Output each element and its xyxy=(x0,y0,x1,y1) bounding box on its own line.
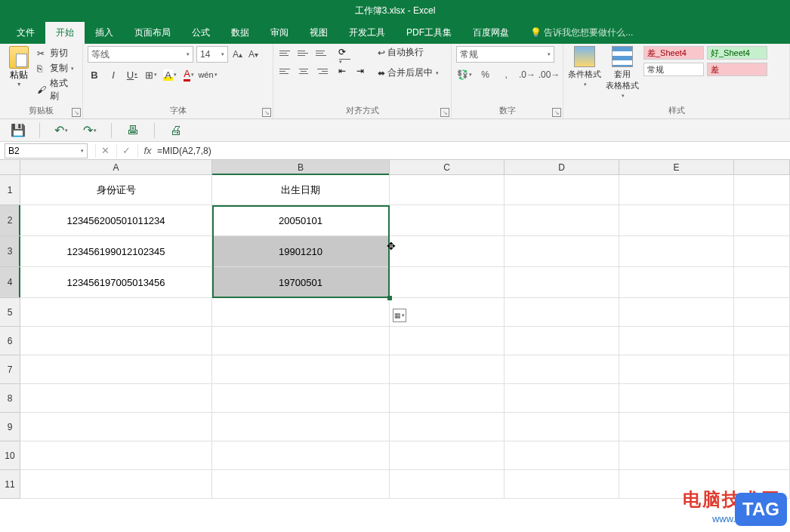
format-painter-button[interactable]: 🖌格式刷 xyxy=(35,76,78,103)
row-head-2[interactable]: 2 xyxy=(0,205,20,236)
row-head-11[interactable]: 11 xyxy=(0,470,20,499)
cell[interactable] xyxy=(212,470,390,499)
col-head-a[interactable]: A xyxy=(20,160,212,175)
cell[interactable] xyxy=(505,298,619,327)
cell[interactable] xyxy=(619,175,734,205)
autofill-options-button[interactable]: ▦▾ xyxy=(393,309,406,322)
col-head-b[interactable]: B xyxy=(212,160,390,175)
cell[interactable] xyxy=(212,327,390,355)
col-head-e[interactable]: E xyxy=(619,160,734,175)
font-name-select[interactable]: 等线▾ xyxy=(88,46,193,63)
cell[interactable] xyxy=(734,175,790,205)
cell[interactable] xyxy=(20,384,212,413)
align-left-button[interactable] xyxy=(278,64,293,78)
phonetic-button[interactable]: wén▾ xyxy=(201,67,214,82)
font-color-button[interactable]: A▾ xyxy=(182,67,196,82)
cell[interactable] xyxy=(20,413,212,441)
dialog-launcher-icon[interactable]: ↘ xyxy=(72,108,81,117)
cell[interactable]: 出生日期 xyxy=(212,175,390,205)
cell[interactable] xyxy=(390,413,505,441)
row-head-7[interactable]: 7 xyxy=(0,355,20,384)
align-middle-button[interactable] xyxy=(296,46,311,60)
cell[interactable] xyxy=(734,355,790,384)
cell[interactable] xyxy=(734,384,790,413)
cell[interactable] xyxy=(390,355,505,384)
cell[interactable] xyxy=(505,267,619,298)
cell[interactable] xyxy=(212,298,390,327)
cell[interactable] xyxy=(390,441,505,470)
print-preview-button[interactable]: 🖶 xyxy=(125,123,140,138)
align-bottom-button[interactable] xyxy=(314,46,329,60)
border-button[interactable]: ⊞▾ xyxy=(144,67,158,82)
fill-color-button[interactable]: A▾ xyxy=(163,67,177,82)
increase-indent-button[interactable]: ⇥ xyxy=(355,64,370,78)
tab-home[interactable]: 开始 xyxy=(45,22,85,44)
cell[interactable] xyxy=(390,298,505,327)
style-good[interactable]: 好_Sheet4 xyxy=(707,46,767,60)
cell[interactable]: 123456197005013456 xyxy=(20,267,212,298)
conditional-format-button[interactable]: 条件格式▾ xyxy=(568,46,601,88)
tab-data[interactable]: 数据 xyxy=(221,22,260,44)
cell[interactable]: 123456199012102345 xyxy=(20,236,212,267)
cell[interactable] xyxy=(619,236,734,267)
cell[interactable] xyxy=(619,298,734,327)
style-bad[interactable]: 差_Sheet4 xyxy=(643,46,704,60)
cell[interactable]: 20050101 xyxy=(212,205,390,236)
fx-button[interactable]: fx xyxy=(137,144,151,158)
cell[interactable] xyxy=(505,175,619,205)
decrease-decimal-button[interactable]: .00→ xyxy=(540,67,558,82)
cell[interactable] xyxy=(390,327,505,355)
cell[interactable] xyxy=(20,470,212,499)
cell[interactable] xyxy=(734,327,790,355)
cell[interactable]: 19901210 xyxy=(212,236,390,267)
row-head-1[interactable]: 1 xyxy=(0,175,20,205)
cell[interactable] xyxy=(619,267,734,298)
cell[interactable] xyxy=(619,327,734,355)
cell[interactable] xyxy=(734,298,790,327)
cell[interactable] xyxy=(20,441,212,470)
name-box[interactable]: B2▾ xyxy=(5,143,88,158)
cell[interactable] xyxy=(390,470,505,499)
cell[interactable] xyxy=(619,441,734,470)
col-head-c[interactable]: C xyxy=(390,160,505,175)
cell[interactable] xyxy=(390,205,505,236)
tab-baidu[interactable]: 百度网盘 xyxy=(462,22,520,44)
cell[interactable] xyxy=(505,236,619,267)
comma-button[interactable]: , xyxy=(498,67,514,82)
style-normal[interactable]: 常规 xyxy=(643,63,704,76)
align-top-button[interactable] xyxy=(278,46,293,60)
tab-view[interactable]: 视图 xyxy=(299,22,338,44)
tab-page-layout[interactable]: 页面布局 xyxy=(124,22,181,44)
increase-decimal-button[interactable]: .0→ xyxy=(519,67,535,82)
select-all-corner[interactable] xyxy=(0,160,20,175)
tab-insert[interactable]: 插入 xyxy=(85,22,124,44)
cell[interactable]: 身份证号 xyxy=(20,175,212,205)
print-button[interactable]: 🖨 xyxy=(168,123,184,138)
cell[interactable] xyxy=(212,441,390,470)
row-head-10[interactable]: 10 xyxy=(0,441,20,470)
cell[interactable] xyxy=(505,205,619,236)
cell[interactable] xyxy=(734,205,790,236)
cell[interactable] xyxy=(390,175,505,205)
cell[interactable] xyxy=(505,413,619,441)
cell[interactable] xyxy=(505,327,619,355)
dialog-launcher-icon[interactable]: ↘ xyxy=(262,108,271,117)
dialog-launcher-icon[interactable]: ↘ xyxy=(552,108,561,117)
cell[interactable] xyxy=(212,384,390,413)
cut-button[interactable]: ✂剪切 xyxy=(35,46,78,60)
cell[interactable] xyxy=(619,470,734,499)
redo-button[interactable]: ↷▾ xyxy=(82,123,97,138)
col-head-d[interactable]: D xyxy=(505,160,619,175)
cell[interactable] xyxy=(619,413,734,441)
tab-file[interactable]: 文件 xyxy=(6,22,45,44)
increase-font-button[interactable]: A▴ xyxy=(231,46,244,63)
decrease-font-button[interactable]: A▾ xyxy=(247,46,260,63)
undo-button[interactable]: ↶▾ xyxy=(54,123,69,138)
tab-review[interactable]: 审阅 xyxy=(260,22,299,44)
cell[interactable] xyxy=(390,267,505,298)
col-head-extra[interactable] xyxy=(734,160,790,175)
underline-button[interactable]: U▾ xyxy=(125,67,139,82)
row-head-9[interactable]: 9 xyxy=(0,413,20,441)
cell[interactable] xyxy=(390,384,505,413)
bold-button[interactable]: B xyxy=(88,67,101,82)
